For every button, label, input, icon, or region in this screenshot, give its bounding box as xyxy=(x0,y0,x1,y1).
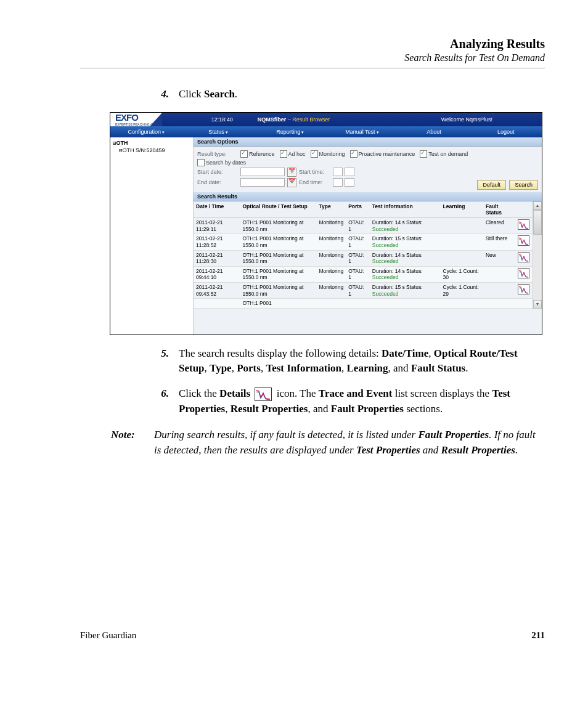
step-5-text: The search results display the following… xyxy=(179,346,545,376)
clock: 12:18:40 xyxy=(211,116,233,123)
end-date-label: End date: xyxy=(197,179,240,185)
cell-test-info: Duration: 14 s Status: Succeeded xyxy=(370,218,441,234)
cell-learning xyxy=(441,250,483,266)
col-optical-route[interactable]: Optical Route / Test Setup xyxy=(240,201,317,218)
col-datetime[interactable]: Date / Time xyxy=(194,201,240,218)
menu-reporting[interactable]: Reporting xyxy=(254,126,326,137)
menu-configuration[interactable]: Configuration xyxy=(110,126,182,137)
cell-route: OTH:1 P001 Monitoring at 1550.0 nm xyxy=(240,250,317,266)
cell-ports: OTAU: 1 xyxy=(346,250,370,266)
start-time-label: Start time: xyxy=(299,169,333,175)
cb-monitoring[interactable] xyxy=(311,150,318,158)
end-time-m[interactable] xyxy=(345,178,354,187)
footer-page: 211 xyxy=(531,630,545,641)
cb-proactive[interactable] xyxy=(350,150,357,158)
start-time-h[interactable] xyxy=(333,168,343,176)
table-row: 2011-02-21 09:44:10OTH:1 P001 Monitoring… xyxy=(194,266,533,282)
nav-tree: OTH OTH S/N:520459 xyxy=(110,137,194,335)
step-number: 6. xyxy=(147,386,179,416)
details-icon[interactable] xyxy=(518,235,529,246)
table-row: 2011-02-21 09:43:52OTH:1 P001 Monitoring… xyxy=(194,283,533,299)
page-header-title: Analyzing Results xyxy=(80,37,545,51)
cell-test-info: Duration: 14 s Status: Succeeded xyxy=(370,250,441,266)
menu-manual-test[interactable]: Manual Test xyxy=(326,126,398,137)
details-icon[interactable] xyxy=(518,219,529,230)
results-table: Date / Time Optical Route / Test Setup T… xyxy=(194,201,533,309)
cell-learning: Cycle: 1 Count: 29 xyxy=(441,283,483,299)
table-row: 2011-02-21 11:28:52OTH:1 P001 Monitoring… xyxy=(194,234,533,250)
cell-type: Monitoring xyxy=(316,266,346,282)
cell-test-info: Duration: 14 s Status: Succeeded xyxy=(370,266,441,282)
cell-ports: OTAU: 1 xyxy=(346,266,370,282)
step-4-text: Click Search. xyxy=(179,87,545,102)
calendar-icon[interactable] xyxy=(287,168,296,177)
col-fault-status[interactable]: Fault Status xyxy=(483,201,515,218)
cell-test-info: Duration: 15 s Status: Succeeded xyxy=(370,283,441,299)
details-icon[interactable] xyxy=(518,268,529,278)
cell-ports: OTAU: 1 xyxy=(346,283,370,299)
cell-fault: Cleared xyxy=(483,218,515,234)
search-by-dates-label: Search by dates xyxy=(206,160,246,166)
cell-route: OTH:1 P001 Monitoring at 1550.0 nm xyxy=(240,266,317,282)
cb-search-by-dates[interactable] xyxy=(197,159,205,166)
end-date-input[interactable] xyxy=(240,178,285,187)
search-results-header: Search Results xyxy=(194,192,542,201)
cell-fault: New xyxy=(483,250,515,266)
page-header-subtitle: Search Results for Test On Demand xyxy=(80,52,545,63)
details-icon[interactable] xyxy=(518,284,529,294)
cell-test-info: Duration: 15 s Status: Succeeded xyxy=(370,234,441,250)
scrollbar[interactable]: ▴ ▾ xyxy=(533,201,542,309)
details-icon[interactable] xyxy=(518,252,529,262)
menu-status[interactable]: Status xyxy=(182,126,255,137)
cell-route: OTH:1 P001 Monitoring at 1550.0 nm xyxy=(240,234,317,250)
menu-bar: Configuration Status Reporting Manual Te… xyxy=(110,126,542,137)
start-time-m[interactable] xyxy=(345,168,354,176)
step-6-text: Click the Details icon. The Trace and Ev… xyxy=(179,386,545,416)
cell-fault xyxy=(483,283,515,299)
details-icon xyxy=(255,387,272,401)
tree-child[interactable]: OTH S/N:520459 xyxy=(113,147,190,153)
screenshot-result-browser: EXFOEXPERTISE REACHING OUT 12:18:40 NQMS… xyxy=(110,112,542,335)
cell-route: OTH:1 P001 Monitoring at 1550.0 nm xyxy=(240,218,317,234)
cell-datetime: 2011-02-21 11:28:30 xyxy=(194,250,240,266)
cell-type: Monitoring xyxy=(316,283,346,299)
note-label: Note: xyxy=(111,428,154,458)
menu-about[interactable]: About xyxy=(398,126,470,137)
cell-ports: OTAU: 1 xyxy=(346,234,370,250)
col-test-info[interactable]: Test Information xyxy=(370,201,441,218)
cell-learning xyxy=(441,234,483,250)
scroll-down-icon[interactable]: ▾ xyxy=(533,300,542,309)
cell-type: Monitoring xyxy=(316,234,346,250)
cell-datetime: 2011-02-21 11:29:11 xyxy=(194,218,240,234)
search-button[interactable]: Search xyxy=(509,180,538,190)
cb-test-on-demand[interactable] xyxy=(420,150,427,158)
search-options-header: Search Options xyxy=(194,137,542,147)
default-button[interactable]: Default xyxy=(477,180,506,190)
step-number: 4. xyxy=(147,87,179,102)
end-time-h[interactable] xyxy=(333,178,343,187)
start-date-input[interactable] xyxy=(240,168,285,176)
cell-type: Monitoring xyxy=(316,218,346,234)
cell-datetime: 2011-02-21 11:28:52 xyxy=(194,234,240,250)
col-type[interactable]: Type xyxy=(316,201,346,218)
cell-route: OTH:1 P001 Monitoring at 1550.0 nm xyxy=(240,283,317,299)
cell-route: OTH:1 P001 xyxy=(240,299,317,309)
menu-logout[interactable]: Logout xyxy=(470,126,542,137)
table-row: 2011-02-21 11:29:11OTH:1 P001 Monitoring… xyxy=(194,218,533,234)
cell-learning: Cycle: 1 Count: 30 xyxy=(441,266,483,282)
start-date-label: Start date: xyxy=(197,169,240,175)
col-ports[interactable]: Ports xyxy=(346,201,370,218)
scroll-up-icon[interactable]: ▴ xyxy=(533,201,542,210)
cell-type: Monitoring xyxy=(316,250,346,266)
cell-learning xyxy=(441,218,483,234)
cb-adhoc[interactable] xyxy=(280,150,287,158)
col-learning[interactable]: Learning xyxy=(441,201,483,218)
app-title: NQMSfiber – Result Browser xyxy=(258,116,330,123)
tree-root[interactable]: OTH xyxy=(113,140,190,146)
result-type-label: Result type: xyxy=(197,151,240,157)
scroll-thumb[interactable] xyxy=(533,210,542,235)
step-number: 5. xyxy=(147,346,179,376)
calendar-icon[interactable] xyxy=(287,178,296,187)
cell-fault: Still there xyxy=(483,234,515,250)
cb-reference[interactable] xyxy=(240,150,248,158)
